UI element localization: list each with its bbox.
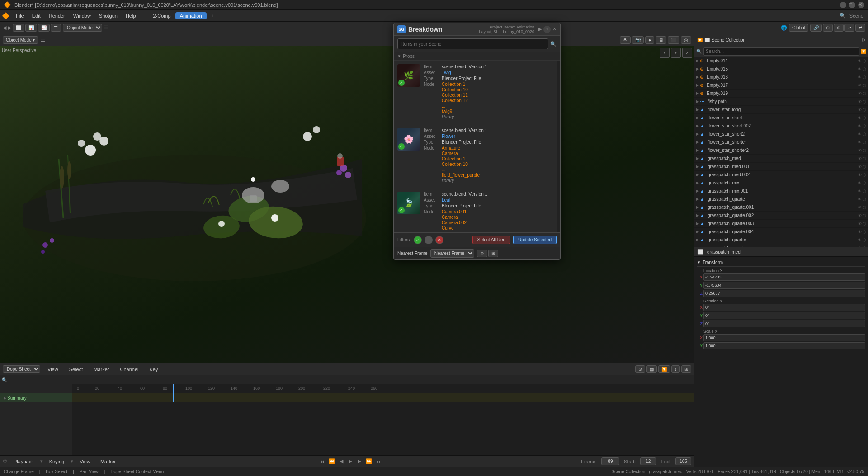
nav-play-icon[interactable]: ▶ — [8, 25, 11, 31]
item-expand-icon[interactable]: ▶ — [696, 205, 699, 209]
item-expand-icon[interactable]: ▶ — [696, 124, 699, 128]
item-expand-icon[interactable]: ▶ — [696, 173, 699, 177]
item-expand-icon[interactable]: ▶ — [696, 189, 699, 193]
nav-back-icon[interactable]: ◀ — [3, 25, 6, 31]
item-visibility-icon[interactable]: 👁 — [858, 156, 862, 161]
dopesheet-extra[interactable]: ⊞ — [681, 365, 691, 373]
item-visibility-icon[interactable]: 👁 — [858, 83, 862, 88]
location-y-field[interactable]: -1.75604 — [703, 282, 865, 289]
outliner-item[interactable]: ▶ ⊕ Empty.014 👁 ⬡ — [694, 57, 868, 65]
item-restrict-icon[interactable]: ⬡ — [863, 124, 866, 128]
item-visibility-icon[interactable]: 👁 — [858, 173, 862, 177]
dopesheet-marker-menu[interactable]: Marker — [90, 366, 113, 373]
item-expand-icon[interactable]: ▶ — [696, 140, 699, 144]
item-expand-icon[interactable]: ▶ — [696, 83, 699, 87]
menu-help[interactable]: Help — [122, 12, 140, 19]
outliner-item[interactable]: ▶ ▲ grasspatch_quarte.003 👁 ⬡ — [694, 220, 868, 228]
item-visibility-icon[interactable]: 👁 — [858, 189, 862, 193]
menu-window[interactable]: Window — [70, 12, 94, 19]
item-visibility-icon[interactable]: 👁 — [858, 238, 862, 242]
timeline-icon[interactable]: 📊 — [25, 24, 37, 32]
outliner-item[interactable]: ▶ ▲ grasspatch_quarte.004 👁 ⬡ — [694, 228, 868, 236]
global-icon[interactable]: 🌐 — [781, 25, 787, 31]
graph-icon[interactable]: 📈 — [38, 24, 50, 32]
item-expand-icon[interactable]: ▶ — [696, 165, 699, 169]
outliner-search-input[interactable] — [703, 47, 859, 56]
summary-expand-icon[interactable]: ▶ — [4, 396, 6, 400]
item-restrict-icon[interactable]: ⬡ — [863, 132, 866, 137]
item-expand-icon[interactable]: ▶ — [696, 156, 699, 160]
material-icon[interactable]: ● — [645, 36, 654, 44]
sg-scrollbar[interactable] — [557, 61, 560, 232]
sg-search-input[interactable] — [397, 38, 548, 49]
dopesheet-channel-menu[interactable]: Channel — [116, 366, 142, 373]
editor-type-buttons[interactable]: ⬜ 📊 📈 ☰ — [13, 24, 61, 32]
playhead[interactable] — [173, 384, 174, 393]
outliner-filter-toggle[interactable]: 🔽 — [861, 49, 866, 54]
nearest-frame-settings[interactable]: ⚙ — [477, 250, 487, 257]
nearest-frame-selector[interactable]: Nearest Frame — [430, 249, 474, 258]
item-restrict-icon[interactable]: ⬡ — [863, 205, 866, 210]
outliner-item[interactable]: ▶ ▲ flower_star_long 👁 ⬡ — [694, 106, 868, 114]
outliner-extra-icon[interactable]: ⚙ — [861, 38, 865, 42]
dopesheet-key-menu[interactable]: Key — [146, 366, 161, 373]
item-expand-icon[interactable]: ▶ — [696, 238, 699, 242]
jump-start-button[interactable]: ⏮ — [319, 459, 324, 464]
outliner-item[interactable]: ▶ ▲ flower_star_short.002 👁 ⬡ — [694, 122, 868, 130]
sg-close-icon[interactable]: ✕ — [552, 26, 557, 32]
marker-menu[interactable]: Marker — [97, 458, 119, 465]
item-expand-icon[interactable]: ▶ — [696, 222, 699, 226]
sg-filter-gray-btn[interactable] — [425, 236, 433, 244]
current-frame-field[interactable]: 89 — [601, 457, 619, 465]
overlay-icon[interactable]: ⬛ — [668, 36, 679, 44]
next-keyframe-button[interactable]: ⏩ — [366, 458, 372, 464]
sg-help-icon[interactable]: ? — [543, 26, 551, 33]
item-expand-icon[interactable]: ▶ — [696, 116, 699, 120]
item-expand-icon[interactable]: ▶ — [696, 213, 699, 217]
outliner-item[interactable]: ▶ ▲ grasspatch_med 👁 ⬡ — [694, 155, 868, 163]
viewport-nav-y[interactable]: Y — [671, 48, 681, 58]
item-restrict-icon[interactable]: ⬡ — [863, 156, 866, 161]
item-restrict-icon[interactable]: ⬡ — [863, 75, 866, 80]
viewport-menu-icon[interactable]: ☰ — [41, 37, 45, 43]
next-frame-button[interactable]: ▶ — [358, 458, 361, 464]
mode-menu-icon[interactable]: ☰ — [104, 25, 108, 31]
render-icon[interactable]: 🖥 — [656, 36, 666, 44]
start-frame-field[interactable]: 12 — [640, 457, 656, 465]
view-menu[interactable]: View — [76, 458, 94, 465]
outliner-item[interactable]: ▶ ▲ grasspatch_quarter 👁 ⬡ — [694, 236, 868, 244]
dopesheet-select-menu[interactable]: Select — [66, 366, 87, 373]
item-restrict-icon[interactable]: ⬡ — [863, 238, 866, 242]
item-restrict-icon[interactable]: ⬡ — [863, 116, 866, 120]
outliner-filter-icon[interactable]: 🔽 — [697, 38, 703, 42]
outliner-item[interactable]: ▶ ▲ flower_star_short 👁 ⬡ — [694, 114, 868, 122]
item-restrict-icon[interactable]: ⬡ — [863, 230, 866, 234]
item-visibility-icon[interactable]: 👁 — [858, 67, 862, 71]
outliner-item[interactable]: ▶ 〜 fishy path 👁 ⬡ — [694, 98, 868, 106]
item-expand-icon[interactable]: ▶ — [696, 132, 699, 136]
outliner-item[interactable]: ▶ ▲ grasspatch_quarte.002 👁 ⬡ — [694, 212, 868, 220]
blender-menu-icon[interactable]: 🔶 — [2, 12, 9, 19]
prev-keyframe-button[interactable]: ⏪ — [329, 458, 335, 464]
dopesheet-only-selected[interactable]: ⊙ — [635, 365, 645, 373]
rotation-x-field[interactable]: 0° — [703, 304, 865, 311]
menu-render[interactable]: Render — [45, 12, 69, 19]
end-frame-field[interactable]: 165 — [675, 457, 691, 465]
viewport-nav-x[interactable]: X — [660, 48, 670, 58]
outliner-item[interactable]: ▶ ▲ grasspatch_mix 👁 ⬡ — [694, 179, 868, 187]
item-visibility-icon[interactable]: 👁 — [858, 116, 862, 120]
minimize-button[interactable]: ─ — [840, 2, 846, 8]
item-visibility-icon[interactable]: 👁 — [858, 99, 862, 104]
nearest-frame-extra[interactable]: ⊞ — [488, 250, 498, 257]
item-restrict-icon[interactable]: ⬡ — [863, 59, 866, 63]
view-icon[interactable]: 👁 — [620, 36, 631, 44]
item-visibility-icon[interactable]: 👁 — [858, 59, 862, 63]
outliner-item[interactable]: ▶ ▲ grasspatch_mix.001 👁 ⬡ — [694, 187, 868, 195]
item-expand-icon[interactable]: ▶ — [696, 181, 699, 185]
outliner-icon[interactable]: ☰ — [51, 24, 61, 32]
item-expand-icon[interactable]: ▶ — [696, 99, 699, 104]
view3d-icon[interactable]: ⬜ — [13, 24, 24, 32]
maximize-button[interactable]: □ — [849, 2, 855, 8]
dopesheet-mode-selector[interactable]: Dope Sheet — [3, 365, 40, 373]
update-selected-button[interactable]: Update Selected — [513, 236, 557, 244]
